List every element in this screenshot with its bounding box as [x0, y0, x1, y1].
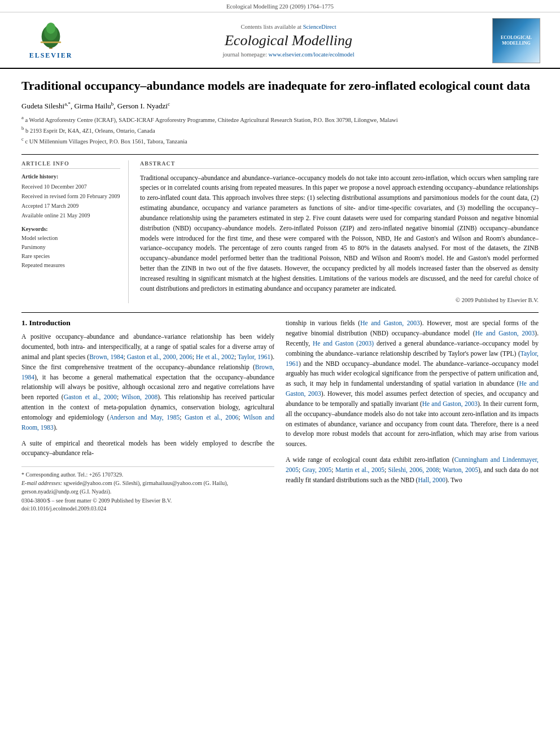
- affil-c: c c UN Millennium Villages Project, P.O.…: [21, 136, 539, 146]
- right-para1: tionship in various fields (He and Gasto…: [286, 318, 539, 449]
- journal-title: Ecological Modelling: [85, 32, 492, 49]
- main-content: Traditional occupancy–abundance models a…: [0, 69, 560, 523]
- keywords-label: Keywords:: [21, 226, 120, 232]
- em-logo-text: ECOLOGICALMODELLING: [501, 35, 532, 46]
- revised-date: Received in revised form 20 February 200…: [21, 191, 120, 201]
- em-logo: ECOLOGICALMODELLING: [492, 18, 540, 63]
- copyright-line: © 2009 Published by Elsevier B.V.: [140, 297, 539, 303]
- keyword-1: Model selection: [21, 234, 120, 243]
- ref-hegaston2003c: He and Gaston (2003): [313, 340, 374, 347]
- svg-rect-4: [41, 41, 61, 43]
- affiliations: a a World Agroforestry Centre (ICRAF), S…: [21, 114, 539, 146]
- journal-header-center: Contents lists available at ScienceDirec…: [85, 24, 492, 58]
- abstract-text: Traditional occupancy–abundance and abun…: [140, 173, 539, 294]
- keyword-2: Parsimony: [21, 243, 120, 252]
- ref-hegaston2003a: He and Gaston, 2003: [360, 320, 420, 326]
- ref-sileshi2006: Sileshi, 2006, 2008: [388, 466, 439, 473]
- corresponding-note: * Corresponding author. Tel.: +265 17073…: [21, 470, 274, 479]
- article-info-abstract: ARTICLE INFO Article history: Received 1…: [21, 154, 539, 304]
- email-note: E-mail addresses: sgweide@yahoo.com (G. …: [21, 479, 274, 496]
- article-info-col: ARTICLE INFO Article history: Received 1…: [21, 160, 129, 304]
- article-info-label: ARTICLE INFO: [21, 160, 120, 169]
- article-title: Traditional occupancy–abundance models a…: [21, 78, 539, 94]
- accepted-date: Accepted 17 March 2009: [21, 201, 120, 211]
- sciencedirect-link[interactable]: ScienceDirect: [303, 24, 336, 30]
- journal-homepage: journal homepage: www.elsevier.com/locat…: [85, 51, 492, 58]
- journal-citation: Ecological Modelling 220 (2009) 1764–177…: [226, 3, 334, 10]
- em-logo-area: ECOLOGICALMODELLING: [492, 18, 543, 63]
- journal-url[interactable]: www.elsevier.com/locate/ecolmodel: [268, 51, 354, 58]
- body-col-right: tionship in various fields (He and Gasto…: [286, 318, 539, 512]
- ref-warton2005: Warton, 2005: [443, 466, 478, 473]
- abstract-col: ABSTRACT Traditional occupancy–abundance…: [140, 160, 539, 304]
- keyword-4: Repeated measures: [21, 261, 120, 270]
- affil-a: a a World Agroforestry Centre (ICRAF), S…: [21, 114, 539, 124]
- intro-para1: A positive occupancy–abundance and abund…: [21, 332, 274, 433]
- elsevier-brand: ELSEVIER: [29, 51, 73, 60]
- author-gudeta: Gudeta Sileshia,*, Girma Hailub, Gerson …: [21, 102, 170, 110]
- ref-gaston2000: Gaston et al., 2000, 2006: [127, 353, 193, 360]
- top-bar: Ecological Modelling 220 (2009) 1764–177…: [0, 0, 560, 12]
- footnote-area: * Corresponding author. Tel.: +265 17073…: [21, 466, 274, 512]
- ref-hegaston2003d: He and Gaston, 2003: [286, 380, 539, 397]
- contents-line: Contents lists available at ScienceDirec…: [85, 24, 492, 30]
- available-date: Available online 21 May 2009: [21, 211, 120, 220]
- affil-b: b b 2193 Esprit Dr, K4A, 4Z1, Orleans, O…: [21, 125, 539, 135]
- open-access-line: 0304-3800/$ – see front matter © 2009 Pu…: [21, 497, 274, 504]
- abstract-label: ABSTRACT: [140, 160, 539, 169]
- ref-taylor1961b: Taylor, 1961: [286, 350, 539, 367]
- body-col-left: 1. Introduction A positive occupancy–abu…: [21, 318, 274, 512]
- journal-header: ELSEVIER Contents lists available at Sci…: [0, 12, 560, 69]
- svg-point-3: [46, 22, 55, 33]
- right-para2: A wide range of ecological count data ex…: [286, 455, 539, 485]
- page-wrapper: Ecological Modelling 220 (2009) 1764–177…: [0, 0, 560, 747]
- ref-martin2005: Martin et al., 2005: [335, 466, 384, 473]
- ref-he2002: He et al., 2002: [196, 353, 234, 360]
- ref-taylor1961: Taylor, 1961: [238, 353, 270, 360]
- ref-gaston2006: Gaston et al., 2006: [185, 414, 238, 421]
- keyword-3: Rare species: [21, 252, 120, 261]
- article-dates: Received 10 December 2007 Received in re…: [21, 182, 120, 220]
- history-label: Article history:: [21, 173, 120, 180]
- elsevier-logo: ELSEVIER: [17, 22, 85, 60]
- ref-gaston2000b: Gaston et al., 2000: [64, 394, 117, 400]
- body-section: 1. Introduction A positive occupancy–abu…: [21, 312, 539, 512]
- keywords-list: Model selection Parsimony Rare species R…: [21, 234, 120, 270]
- intro-para2: A suite of empirical and theoretical mod…: [21, 439, 274, 459]
- email-label: E-mail addresses:: [21, 480, 62, 486]
- received-date: Received 10 December 2007: [21, 182, 120, 191]
- ref-brown1984b: Brown, 1984: [21, 364, 274, 381]
- ref-hegaston2003b: He and Gaston, 2003: [475, 330, 535, 337]
- ref-brown1984: Brown, 1984: [89, 353, 123, 360]
- ref-wilson2008: Wilson, 2008: [121, 394, 158, 400]
- doi-line: doi:10.1016/j.ecolmodel.2009.03.024: [21, 505, 274, 512]
- elsevier-tree-icon: [34, 22, 68, 50]
- authors: Gudeta Sileshia,*, Girma Hailub, Gerson …: [21, 101, 539, 111]
- intro-heading: 1. Introduction: [21, 318, 274, 327]
- ref-anderson1985: Anderson and May, 1985: [110, 414, 180, 421]
- ref-gray2005: Gray, 2005: [303, 466, 332, 473]
- ref-hall2000: Hall, 2000: [418, 477, 445, 483]
- ref-hegaston2003e: He and Gaston, 2003: [422, 400, 478, 407]
- elsevier-logo-area: ELSEVIER: [17, 22, 85, 60]
